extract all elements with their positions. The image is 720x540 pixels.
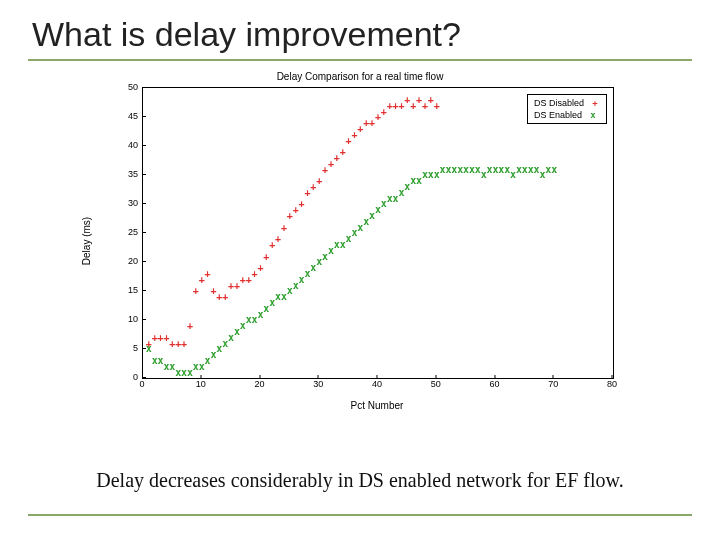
y-tick: 30 <box>108 198 138 208</box>
x-axis-label: Pct Number <box>142 400 612 411</box>
x-tick: 20 <box>254 379 264 389</box>
y-tick: 0 <box>108 372 138 382</box>
slide: What is delay improvement? Delay Compari… <box>0 0 720 540</box>
chart-title: Delay Comparison for a real time flow <box>80 71 640 85</box>
data-point: + <box>257 263 263 273</box>
data-point: + <box>205 269 211 279</box>
x-tick: 70 <box>548 379 558 389</box>
caption: Delay decreases considerably in DS enabl… <box>0 469 720 492</box>
y-tick: 50 <box>108 82 138 92</box>
legend-row-ds-enabled: DS Enabled x <box>534 109 600 121</box>
x-tick: 40 <box>372 379 382 389</box>
y-tick: 25 <box>108 227 138 237</box>
legend-label-ds-disabled: DS Disabled <box>534 97 584 109</box>
x-tick: 30 <box>313 379 323 389</box>
data-point: x <box>146 344 152 354</box>
data-point: + <box>263 252 269 262</box>
data-point: + <box>316 176 322 186</box>
y-tick: 20 <box>108 256 138 266</box>
x-tick: 10 <box>196 379 206 389</box>
y-tick: 5 <box>108 343 138 353</box>
y-axis-label: Delay (ms) <box>81 217 92 265</box>
legend-row-ds-disabled: DS Disabled + <box>534 97 600 109</box>
x-tick: 80 <box>607 379 617 389</box>
cross-icon: x <box>588 109 598 121</box>
page-title: What is delay improvement? <box>32 16 692 53</box>
x-tick: 0 <box>139 379 144 389</box>
data-point: x <box>551 165 557 175</box>
plot-area: DS Disabled + DS Enabled x +++++++++++++… <box>142 87 614 379</box>
chart: Delay Comparison for a real time flow DS… <box>80 71 640 411</box>
data-point: + <box>187 321 193 331</box>
data-point: + <box>193 286 199 296</box>
y-tick: 35 <box>108 169 138 179</box>
y-tick: 45 <box>108 111 138 121</box>
y-tick: 40 <box>108 140 138 150</box>
plus-icon: + <box>590 97 600 109</box>
data-point: + <box>275 234 281 244</box>
data-point: + <box>222 292 228 302</box>
data-point: + <box>340 147 346 157</box>
data-point: + <box>281 223 287 233</box>
y-tick: 15 <box>108 285 138 295</box>
data-point: + <box>299 199 305 209</box>
x-tick: 60 <box>489 379 499 389</box>
footer-divider <box>28 514 692 516</box>
data-point: + <box>434 101 440 111</box>
legend: DS Disabled + DS Enabled x <box>527 94 607 124</box>
title-block: What is delay improvement? <box>28 16 692 61</box>
x-tick: 50 <box>431 379 441 389</box>
legend-label-ds-enabled: DS Enabled <box>534 109 582 121</box>
y-tick: 10 <box>108 314 138 324</box>
data-point: + <box>181 339 187 349</box>
